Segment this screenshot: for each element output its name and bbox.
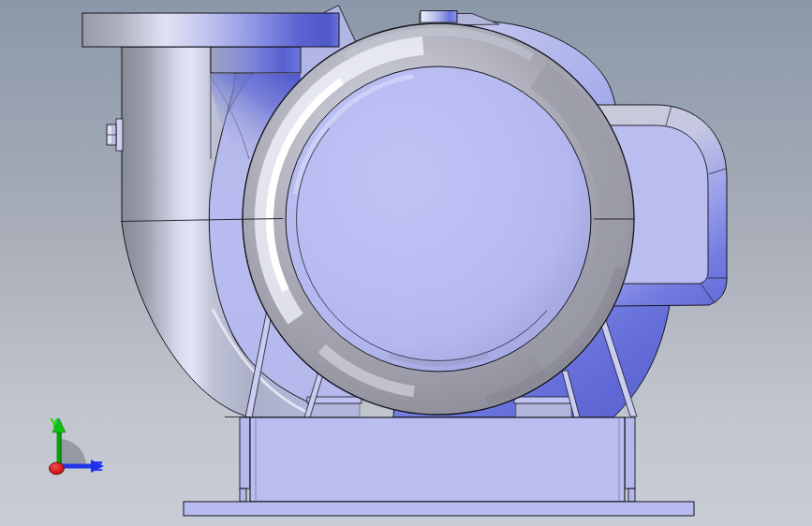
ledge-panel-right [516, 403, 571, 417]
pedestal-base[interactable] [184, 417, 694, 517]
pedestal-block[interactable] [250, 417, 625, 502]
base-side-foot-left [240, 489, 246, 502]
base-side-foot-right [628, 489, 635, 502]
base-side-plate-right[interactable] [625, 417, 635, 489]
z-axis-label: Z [95, 459, 103, 474]
inlet-flange[interactable] [82, 13, 339, 47]
base-plate[interactable] [184, 502, 694, 516]
inlet-neck[interactable] [211, 47, 301, 73]
ledge-right[interactable] [514, 397, 573, 403]
base-side-plate-left[interactable] [240, 417, 250, 489]
cad-canvas[interactable]: Y Z [0, 0, 812, 526]
top-tab[interactable] [421, 11, 457, 23]
cover-front-face[interactable] [287, 67, 591, 372]
ledge-panel-left [309, 403, 360, 417]
y-axis-label: Y [50, 416, 59, 431]
x-axis-origin-dot [50, 462, 65, 475]
cad-viewport[interactable]: Y Z [0, 0, 812, 526]
